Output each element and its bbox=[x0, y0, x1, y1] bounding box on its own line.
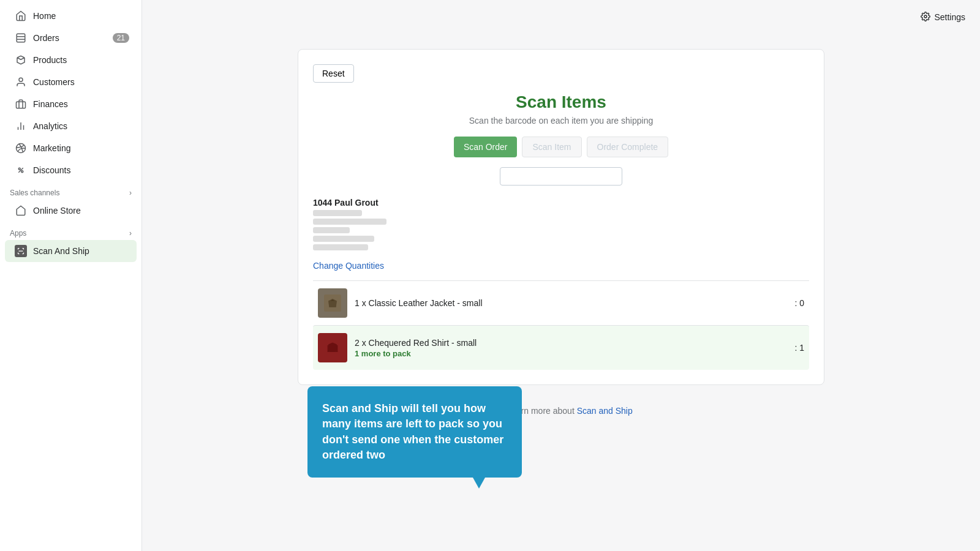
order-city bbox=[313, 227, 350, 233]
gear-icon bbox=[921, 12, 930, 23]
sidebar-item-marketing-label: Marketing bbox=[33, 143, 70, 153]
orders-icon bbox=[15, 32, 27, 44]
marketing-icon bbox=[15, 142, 27, 154]
scan-card: Reset Scan Items Scan the barcode on eac… bbox=[298, 49, 824, 385]
products-icon bbox=[15, 54, 27, 66]
settings-label: Settings bbox=[934, 12, 965, 22]
barcode-input[interactable] bbox=[500, 167, 622, 186]
analytics-icon bbox=[15, 120, 27, 132]
discounts-icon bbox=[15, 164, 27, 176]
finances-icon bbox=[15, 98, 27, 110]
svg-point-9 bbox=[18, 168, 20, 170]
apps-label: Apps bbox=[10, 229, 26, 238]
sidebar: Home Orders 21 Products Customers Financ… bbox=[0, 0, 142, 551]
orders-badge: 21 bbox=[113, 33, 129, 43]
barcode-input-row bbox=[313, 167, 809, 186]
sales-channels-section: Sales channels › bbox=[0, 181, 141, 200]
scan-and-ship-icon bbox=[15, 245, 27, 257]
svg-rect-4 bbox=[17, 102, 26, 108]
product-name-shirt: 2 x Chequered Red Shirt - small bbox=[355, 338, 787, 348]
order-zip bbox=[313, 236, 374, 242]
sidebar-item-online-store[interactable]: Online Store bbox=[5, 200, 137, 222]
scan-item-button: Scan Item bbox=[522, 137, 581, 157]
scan-order-button[interactable]: Scan Order bbox=[454, 137, 518, 157]
svg-rect-0 bbox=[17, 34, 25, 42]
order-name: 1044 Paul Grout bbox=[313, 198, 809, 208]
reset-button[interactable]: Reset bbox=[313, 64, 354, 83]
change-quantities-link[interactable]: Change Quantities bbox=[313, 261, 384, 271]
order-info: 1044 Paul Grout bbox=[313, 198, 809, 250]
scan-and-ship-label: Scan And Ship bbox=[33, 246, 89, 256]
sidebar-item-orders[interactable]: Orders 21 bbox=[5, 27, 137, 49]
sidebar-item-customers[interactable]: Customers bbox=[5, 71, 137, 93]
scan-subtitle: Scan the barcode on each item you are sh… bbox=[313, 116, 809, 126]
order-complete-button: Order Complete bbox=[587, 137, 669, 157]
sales-channels-label: Sales channels bbox=[10, 189, 59, 197]
settings-button[interactable]: Settings bbox=[921, 12, 965, 23]
order-address-1 bbox=[313, 210, 362, 216]
sidebar-item-products[interactable]: Products bbox=[5, 49, 137, 71]
sidebar-item-analytics-label: Analytics bbox=[33, 121, 67, 131]
svg-point-10 bbox=[21, 171, 23, 173]
sales-channels-chevron-icon[interactable]: › bbox=[129, 189, 132, 197]
online-store-icon bbox=[15, 204, 27, 217]
callout-box: Scan and Ship will tell you how many ite… bbox=[307, 386, 522, 478]
product-info-jacket: 1 x Classic Leather Jacket - small bbox=[355, 298, 787, 308]
learn-more-text: Learn more about Scan and Ship bbox=[507, 406, 632, 416]
order-address-2 bbox=[313, 219, 386, 225]
product-count-shirt: : 1 bbox=[794, 343, 804, 353]
sidebar-item-scan-and-ship[interactable]: Scan And Ship bbox=[5, 240, 137, 262]
sidebar-item-home-label: Home bbox=[33, 11, 56, 21]
sidebar-item-finances[interactable]: Finances bbox=[5, 93, 137, 115]
product-thumb-jacket bbox=[318, 288, 347, 318]
sidebar-item-marketing[interactable]: Marketing bbox=[5, 137, 137, 159]
product-thumb-shirt bbox=[318, 333, 347, 362]
main-area: Settings Reset Scan Items Scan the barco… bbox=[142, 0, 980, 551]
svg-rect-16 bbox=[336, 345, 338, 352]
sidebar-item-finances-label: Finances bbox=[33, 99, 68, 109]
sidebar-item-analytics[interactable]: Analytics bbox=[5, 115, 137, 137]
product-more-to-pack: 1 more to pack bbox=[355, 349, 787, 358]
order-country bbox=[313, 244, 368, 250]
svg-rect-15 bbox=[328, 345, 330, 352]
action-buttons: Scan Order Scan Item Order Complete bbox=[313, 137, 809, 157]
product-row-shirt: 2 x Chequered Red Shirt - small 1 more t… bbox=[313, 325, 809, 370]
product-info-shirt: 2 x Chequered Red Shirt - small 1 more t… bbox=[355, 338, 787, 358]
apps-chevron-icon[interactable]: › bbox=[129, 229, 132, 238]
callout-text: Scan and Ship will tell you how many ite… bbox=[322, 402, 503, 461]
scan-and-ship-link[interactable]: Scan and Ship bbox=[577, 406, 633, 416]
sidebar-item-online-store-label: Online Store bbox=[33, 206, 81, 216]
sidebar-item-home[interactable]: Home bbox=[5, 5, 137, 27]
sidebar-item-orders-label: Orders bbox=[33, 33, 59, 43]
topbar: Settings bbox=[142, 0, 980, 34]
sidebar-item-discounts-label: Discounts bbox=[33, 165, 70, 175]
product-name-jacket: 1 x Classic Leather Jacket - small bbox=[355, 298, 787, 308]
sidebar-item-customers-label: Customers bbox=[33, 77, 75, 87]
sidebar-item-discounts[interactable]: Discounts bbox=[5, 159, 137, 181]
customers-icon bbox=[15, 76, 27, 88]
content-area: Reset Scan Items Scan the barcode on eac… bbox=[142, 34, 980, 551]
home-icon bbox=[15, 10, 27, 22]
apps-section: Apps › bbox=[0, 222, 141, 240]
svg-line-11 bbox=[18, 168, 23, 173]
svg-point-12 bbox=[924, 15, 927, 18]
product-row-jacket: 1 x Classic Leather Jacket - small : 0 bbox=[313, 280, 809, 325]
svg-point-3 bbox=[19, 78, 23, 81]
scan-title: Scan Items bbox=[313, 92, 809, 112]
product-count-jacket: : 0 bbox=[794, 298, 804, 308]
sidebar-item-products-label: Products bbox=[33, 55, 67, 65]
